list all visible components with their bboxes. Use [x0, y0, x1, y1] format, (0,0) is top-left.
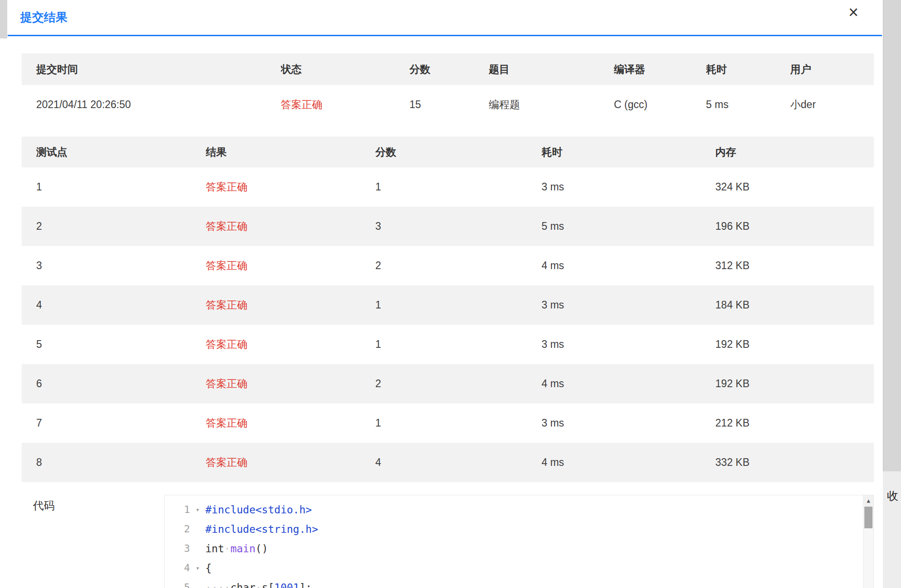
test-time: 3 ms — [541, 417, 715, 429]
score-value: 15 — [409, 99, 488, 111]
submission-result-modal: 提交结果 × 提交时间 状态 分数 题目 编译器 耗时 用户 2021/04/1… — [0, 0, 883, 588]
code-text: #include<stdio.h> — [205, 504, 863, 516]
table-row: 4 答案正确 1 3 ms 184 KB — [22, 285, 874, 325]
code-section: 代码 1 ▾ #include<stdio.h> 2 #include<stri… — [22, 495, 874, 588]
code-line: 2 #include<string.h> — [165, 519, 863, 539]
test-memory: 324 KB — [716, 181, 874, 193]
test-result: 答案正确 — [206, 377, 375, 391]
code-line: 5 ····char·s[1001]; — [165, 578, 863, 588]
summary-data-row: 2021/04/11 20:26:50 答案正确 15 编程题 C (gcc) … — [22, 85, 874, 124]
collapse-button[interactable]: 收 — [887, 488, 898, 503]
line-number: 1 — [165, 504, 190, 515]
test-id: 3 — [22, 260, 206, 272]
test-cases-table: 测试点 结果 分数 耗时 内存 1 答案正确 1 3 ms 324 KB 2 答… — [22, 137, 874, 482]
compiler-value: C (gcc) — [614, 99, 706, 111]
code-text: ····char·s[1001]; — [205, 582, 863, 588]
line-number: 4 — [165, 562, 190, 574]
summary-header-user: 用户 — [790, 62, 874, 76]
test-time: 3 ms — [541, 299, 715, 311]
summary-header-problem: 题目 — [488, 62, 614, 76]
test-time: 3 ms — [541, 338, 715, 351]
test-id: 6 — [22, 378, 206, 390]
test-memory: 212 KB — [716, 417, 874, 429]
table-row: 8 答案正确 4 4 ms 332 KB — [22, 443, 874, 482]
test-score: 1 — [375, 299, 541, 311]
test-memory: 184 KB — [716, 299, 874, 311]
test-time: 4 ms — [541, 260, 715, 272]
tests-header-score: 分数 — [375, 145, 541, 159]
table-row: 1 答案正确 1 3 ms 324 KB — [22, 167, 874, 207]
fold-arrow-icon[interactable]: ▾ — [190, 506, 205, 514]
status-value: 答案正确 — [281, 98, 409, 112]
summary-header-score: 分数 — [409, 62, 488, 76]
line-number: 3 — [165, 543, 190, 554]
test-memory: 192 KB — [716, 338, 874, 351]
test-memory: 312 KB — [716, 260, 874, 272]
table-row: 6 答案正确 2 4 ms 192 KB — [22, 364, 874, 403]
test-memory: 192 KB — [716, 378, 874, 390]
test-score: 2 — [375, 378, 541, 390]
test-time: 5 ms — [541, 220, 715, 232]
test-result: 答案正确 — [206, 337, 375, 351]
test-memory: 332 KB — [716, 456, 874, 469]
test-time: 4 ms — [541, 456, 715, 469]
tests-header-result: 结果 — [206, 145, 375, 159]
test-result: 答案正确 — [206, 259, 375, 273]
test-memory: 196 KB — [716, 220, 874, 232]
test-score: 4 — [375, 456, 541, 469]
test-score: 1 — [375, 181, 541, 193]
code-label: 代码 — [22, 495, 164, 588]
modal-header: 提交结果 × — [8, 0, 882, 36]
code-line: 4 ▾ { — [165, 558, 863, 578]
scrollbar-thumb[interactable] — [864, 507, 873, 528]
test-score: 1 — [375, 417, 541, 429]
tests-header-id: 测试点 — [22, 145, 206, 159]
submission-summary-table: 提交时间 状态 分数 题目 编译器 耗时 用户 2021/04/11 20:26… — [22, 53, 874, 124]
table-row: 5 答案正确 1 3 ms 192 KB — [22, 325, 874, 364]
test-result: 答案正确 — [206, 455, 375, 469]
duration-value: 5 ms — [706, 99, 791, 111]
test-id: 5 — [22, 338, 206, 351]
code-line: 1 ▾ #include<stdio.h> — [165, 500, 863, 519]
line-number: 5 — [165, 582, 190, 588]
table-row: 3 答案正确 2 4 ms 312 KB — [22, 246, 874, 285]
test-id: 1 — [22, 181, 206, 193]
code-text: { — [205, 562, 863, 574]
summary-header-compiler: 编译器 — [614, 62, 706, 76]
summary-header-time: 提交时间 — [22, 62, 281, 76]
summary-header-duration: 耗时 — [706, 62, 791, 76]
test-score: 1 — [375, 338, 541, 351]
test-score: 2 — [375, 260, 541, 272]
tests-header-row: 测试点 结果 分数 耗时 内存 — [22, 137, 874, 167]
side-panel: 收 — [883, 471, 901, 588]
close-icon[interactable]: × — [849, 4, 858, 21]
page-background-sliver — [0, 0, 7, 38]
scrollbar-up-arrow-icon[interactable]: ▲ — [863, 495, 873, 506]
test-result: 答案正确 — [206, 416, 375, 430]
test-time: 3 ms — [541, 181, 715, 193]
modal-content: 提交时间 状态 分数 题目 编译器 耗时 用户 2021/04/11 20:26… — [22, 53, 874, 588]
test-score: 3 — [375, 220, 541, 232]
problem-type: 编程题 — [488, 98, 614, 112]
line-number: 2 — [165, 523, 190, 535]
summary-header-row: 提交时间 状态 分数 题目 编译器 耗时 用户 — [22, 53, 874, 85]
tests-header-time: 耗时 — [541, 145, 715, 159]
table-row: 7 答案正确 1 3 ms 212 KB — [22, 403, 874, 443]
code-text: int·main() — [205, 543, 863, 555]
modal-title: 提交结果 — [20, 9, 67, 25]
test-id: 8 — [22, 456, 206, 469]
test-time: 4 ms — [541, 378, 715, 390]
code-line: 3 int·main() — [165, 539, 863, 558]
summary-header-status: 状态 — [281, 62, 409, 76]
test-result: 答案正确 — [206, 180, 375, 194]
user-value: 小der — [790, 98, 874, 112]
fold-arrow-icon[interactable]: ▾ — [190, 564, 205, 572]
test-id: 2 — [22, 220, 206, 232]
code-scrollbar[interactable]: ▲ — [863, 495, 873, 588]
submit-time: 2021/04/11 20:26:50 — [22, 99, 281, 111]
tests-header-memory: 内存 — [716, 145, 874, 159]
test-id: 4 — [22, 299, 206, 311]
test-id: 7 — [22, 417, 206, 429]
code-editor: 1 ▾ #include<stdio.h> 2 #include<string.… — [164, 495, 874, 588]
test-result: 答案正确 — [206, 298, 375, 312]
